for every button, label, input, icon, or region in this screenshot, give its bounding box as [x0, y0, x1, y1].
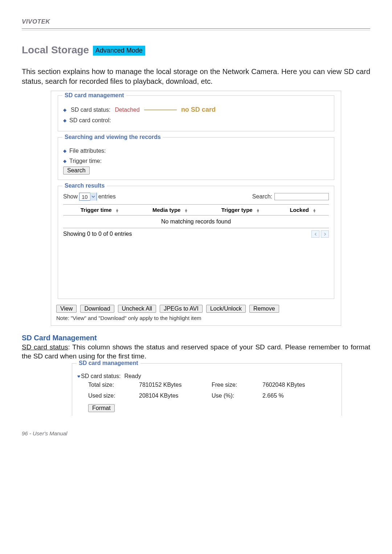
chevron-down-icon — [90, 193, 97, 201]
format-button[interactable]: Format — [88, 404, 115, 412]
sort-icon: ▲▼ — [256, 209, 260, 212]
sd-card-status-label: SD card status: — [71, 107, 110, 113]
results-empty-area — [63, 238, 329, 296]
search-records-panel: Searching and viewing the records ◆ File… — [58, 137, 334, 180]
local-storage-ui-figure: SD card management ◆ SD card status: Det… — [51, 91, 341, 326]
sd-card-status-paragraph: SD card status: This column shows the st… — [22, 343, 370, 361]
sort-icon: ▲▼ — [115, 209, 119, 212]
free-size-value: 7602048 KBytes — [262, 382, 335, 388]
brand-header: VIVOTEK — [22, 18, 370, 25]
no-records-message: No matching records found — [63, 216, 329, 228]
file-attributes-label: File attributes: — [69, 148, 106, 154]
sd-card-management-heading: SD Card Management — [22, 334, 370, 342]
entries-label: entries — [98, 193, 116, 200]
annotation-line — [144, 110, 177, 110]
col-trigger-time[interactable]: Trigger time ▲▼ — [63, 205, 136, 216]
results-table: Trigger time ▲▼ Media type ▲▼ Trigger ty… — [63, 204, 329, 228]
search-records-legend: Searching and viewing the records — [62, 134, 163, 140]
total-size-value: 7810152 KBytes — [139, 382, 212, 388]
no-sd-card-annotation: no SD card — [181, 106, 216, 114]
col-locked[interactable]: Locked ▲▼ — [277, 205, 329, 216]
bullet-icon: ◆ — [63, 148, 66, 153]
use-pct-value: 2.665 % — [262, 393, 335, 399]
showing-info: Showing 0 to 0 of 0 entries — [63, 231, 132, 237]
filter-search-label: Search: — [252, 193, 272, 200]
entries-select-value: 10 — [79, 194, 90, 200]
chevron-right-icon — [323, 233, 327, 236]
view-button[interactable]: View — [56, 305, 77, 313]
uncheck-all-button[interactable]: Uncheck All — [118, 305, 156, 313]
sd-card-ready-figure: SD card management ▾▾ SD card status: Re… — [65, 363, 348, 416]
page-footer: 96 - User's Manual — [22, 430, 370, 436]
chevron-left-icon — [314, 233, 317, 236]
search-results-panel: Search results Show 10 entries Search: — [58, 186, 334, 299]
view-download-note: Note: "View" and "Download" only apply t… — [56, 315, 336, 321]
lock-unlock-button[interactable]: Lock/Unlock — [206, 305, 246, 313]
total-size-label: Total size: — [88, 382, 139, 388]
free-size-label: Free size: — [212, 382, 262, 388]
divider-top-thick — [22, 28, 370, 29]
bullet-icon: ◆ — [63, 107, 66, 112]
sd-card-status-value: Detached — [115, 107, 140, 113]
intro-paragraph: This section explains how to manage the … — [22, 67, 370, 86]
bullet-icon: ◆ — [63, 159, 66, 164]
page-title: Local Storage — [22, 44, 89, 56]
table-row: No matching records found — [63, 216, 329, 228]
remove-button[interactable]: Remove — [249, 305, 279, 313]
entries-select[interactable]: 10 — [79, 193, 97, 201]
sd-card-status-value-2: Ready — [124, 373, 141, 379]
jpegs-to-avi-button[interactable]: JPEGs to AVI — [160, 305, 203, 313]
pager-prev-button[interactable] — [311, 230, 319, 238]
search-button[interactable]: Search — [63, 167, 90, 175]
trigger-time-label: Trigger time: — [69, 158, 102, 164]
sort-icon: ▲▼ — [313, 209, 316, 212]
sd-card-management-legend-2: SD card management — [77, 360, 140, 366]
search-results-legend: Search results — [62, 182, 107, 189]
sd-card-status-label-2: SD card status: — [81, 373, 121, 379]
show-label: Show — [63, 193, 78, 200]
advanced-mode-badge: Advanced Mode — [93, 46, 145, 56]
col-trigger-type[interactable]: Trigger type ▲▼ — [204, 205, 277, 216]
bullet-icon: ◆ — [63, 118, 66, 123]
download-button[interactable]: Download — [80, 305, 114, 313]
used-size-label: Used size: — [88, 393, 139, 399]
col-media-type[interactable]: Media type ▲▼ — [136, 205, 204, 216]
use-pct-label: Use (%): — [212, 393, 262, 399]
filter-search-input[interactable] — [274, 193, 329, 200]
sd-card-management-panel: SD card management ◆ SD card status: Det… — [58, 95, 334, 131]
sd-card-management-legend: SD card management — [62, 92, 126, 99]
divider-top-thin — [22, 30, 370, 30]
pager-next-button[interactable] — [321, 230, 329, 238]
sort-icon: ▲▼ — [184, 209, 188, 212]
used-size-value: 208104 KBytes — [139, 393, 212, 399]
double-chevron-icon: ▾▾ — [77, 374, 79, 379]
sd-card-control-label: SD card control: — [69, 117, 111, 124]
